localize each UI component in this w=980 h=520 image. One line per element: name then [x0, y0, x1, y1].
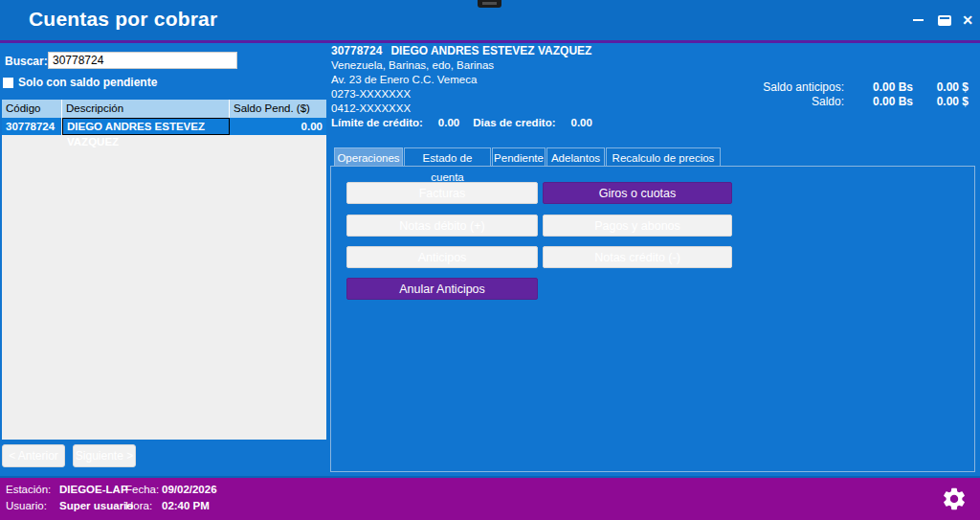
tab-estado-de-cuenta[interactable]: Estado de cuenta — [404, 147, 491, 167]
settings-gear-icon[interactable] — [941, 486, 968, 512]
cell-descripcion[interactable]: DIEGO ANDRES ESTEVEZ VAZQUEZ — [62, 118, 230, 135]
tab-recalculo-de-precios[interactable]: Recalculo de precios — [606, 147, 721, 167]
search-input[interactable] — [48, 52, 237, 69]
tab-operaciones[interactable]: Operaciones — [334, 147, 403, 167]
customer-phone-2: 0412-XXXXXXX — [331, 102, 592, 116]
advances-balance-usd: 0.00 $ — [913, 80, 969, 95]
tab-pendiente[interactable]: Pendiente — [492, 147, 546, 167]
search-label: Buscar: — [5, 55, 48, 68]
customer-phone-1: 0273-XXXXXXX — [331, 87, 592, 102]
accent-divider — [0, 40, 980, 43]
column-header-descripcion[interactable]: Descripción — [62, 100, 230, 118]
anular-anticipos-button[interactable]: Anular Anticipos — [346, 278, 538, 300]
notas-debito-button[interactable]: Notas débito (+) — [346, 215, 538, 237]
close-button[interactable]: ✕ — [957, 10, 978, 31]
balances-block: Saldo anticipos: 0.00 Bs 0.00 $ Saldo: 0… — [691, 80, 969, 109]
pending-balance-checkbox[interactable] — [3, 78, 13, 88]
balance-bs: 0.00 Bs — [844, 95, 913, 109]
advances-balance-row: Saldo anticipos: 0.00 Bs 0.00 $ — [691, 80, 969, 95]
customer-header: 30778724DIEGO ANDRES ESTEVEZ VAZQUEZ — [331, 44, 592, 58]
customer-code: 30778724 — [331, 44, 382, 57]
column-header-saldo[interactable]: Saldo Pend. ($) — [230, 100, 326, 118]
station-label: Estación: — [6, 484, 51, 495]
minimize-button[interactable] — [907, 10, 928, 31]
balance-label: Saldo: — [691, 95, 844, 109]
balance-row: Saldo: 0.00 Bs 0.00 $ — [691, 95, 969, 109]
time-label: Hora: — [125, 500, 152, 511]
credit-limit-label: Límite de crédito: — [331, 117, 423, 128]
user-value: Super usuario — [59, 500, 133, 511]
customer-list-panel: Código Descripción Saldo Pend. ($) 30778… — [2, 100, 326, 440]
credit-limit-value: 0.00 — [438, 117, 459, 128]
pending-balance-checkbox-label: Solo con saldo pendiente — [18, 76, 157, 89]
column-header-codigo[interactable]: Código — [2, 100, 62, 118]
previous-button[interactable]: < Anterior — [2, 444, 65, 467]
credit-days-value: 0.00 — [571, 117, 592, 128]
advances-balance-bs: 0.00 Bs — [844, 80, 913, 95]
customer-name: DIEGO ANDRES ESTEVEZ VAZQUEZ — [390, 44, 591, 57]
facturas-button[interactable]: Facturas — [346, 182, 538, 204]
time-value: 02:40 PM — [162, 500, 210, 511]
user-label: Usuario: — [6, 500, 47, 511]
credit-info-row: Límite de crédito:0.00Dias de credito:0.… — [331, 116, 592, 130]
cell-saldo[interactable]: 0.00 — [230, 118, 326, 135]
notas-credito-button[interactable]: Notas crédito (-) — [543, 246, 732, 268]
cell-codigo[interactable]: 30778724 — [2, 118, 62, 135]
balance-usd: 0.00 $ — [913, 95, 969, 109]
maximize-icon — [938, 15, 951, 26]
next-button[interactable]: Siguiente > — [73, 444, 136, 467]
window-title: Cuentas por cobrar — [29, 8, 217, 31]
customer-address: Av. 23 de Enero C.C. Vemeca — [331, 73, 592, 87]
station-value: DIEGOE-LAP — [59, 484, 128, 495]
maximize-button[interactable] — [934, 10, 955, 31]
table-row-selected[interactable]: 30778724 DIEGO ANDRES ESTEVEZ VAZQUEZ 0.… — [2, 118, 326, 135]
customer-table-header: Código Descripción Saldo Pend. ($) — [2, 100, 326, 118]
screen-top-handle — [478, 0, 501, 8]
credit-days-label: Dias de credito: — [473, 117, 555, 128]
minimize-icon — [913, 19, 924, 21]
customer-location: Venezuela, Barinas, edo, Barinas — [331, 58, 592, 73]
advances-balance-label: Saldo anticipos: — [691, 80, 844, 95]
giros-o-cuotas-button[interactable]: Giros o cuotas — [543, 182, 732, 204]
status-bar: Estación: DIEGOE-LAP Fecha: 09/02/2026 U… — [0, 478, 980, 520]
tab-adelantos[interactable]: Adelantos — [546, 147, 605, 167]
date-value: 09/02/2026 — [162, 484, 217, 495]
accounts-receivable-window: Cuentas por cobrar ✕ Buscar: Solo con sa… — [0, 0, 980, 520]
operations-tab-panel — [330, 166, 975, 472]
customer-info-block: 30778724DIEGO ANDRES ESTEVEZ VAZQUEZ Ven… — [331, 44, 592, 130]
date-label: Fecha: — [125, 484, 159, 495]
pagos-y-abonos-button[interactable]: Pagos y abonos — [543, 215, 732, 237]
anticipos-button[interactable]: Anticipos — [346, 246, 538, 268]
